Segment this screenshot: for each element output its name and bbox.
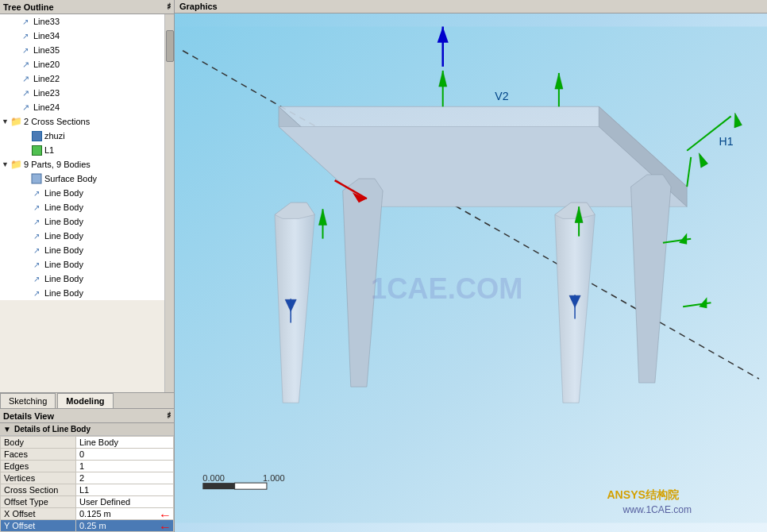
svg-text:0.000: 0.000 bbox=[202, 473, 225, 483]
tree-item-line35[interactable]: ↗ Line35 bbox=[0, 43, 164, 57]
tree-label: Line Body bbox=[44, 288, 83, 298]
tree-item-9parts[interactable]: ▼ 📁 9 Parts, 9 Bodies bbox=[0, 157, 164, 172]
details-panel: Details View ♯ ▼ Details of Line Body Bo… bbox=[0, 408, 174, 532]
tree-label: Line Body bbox=[44, 188, 83, 198]
tree-item-line34[interactable]: ↗ Line34 bbox=[0, 29, 164, 43]
line-body-icon: ↗ bbox=[19, 87, 32, 99]
details-section-title: Details of Line Body bbox=[14, 425, 91, 434]
tab-modeling[interactable]: Modeling bbox=[57, 393, 113, 408]
tree-item-line-body-7[interactable]: ↗ Line Body bbox=[0, 272, 164, 286]
detail-value-faces: 0 bbox=[76, 449, 174, 461]
line-body-icon: ↗ bbox=[19, 101, 32, 114]
tree-item-line-body-2[interactable]: ↗ Line Body bbox=[0, 200, 164, 214]
detail-value-cross-section: L1 bbox=[76, 484, 174, 496]
detail-label-x-offset: X Offset bbox=[1, 508, 76, 520]
svg-text:ANSYS结构院: ANSYS结构院 bbox=[607, 488, 680, 501]
svg-text:1.000: 1.000 bbox=[263, 473, 285, 483]
details-table: Body Line Body Faces 0 Edges 1 Vertices … bbox=[0, 436, 174, 532]
expand-arrow: ▼ bbox=[2, 160, 10, 168]
svg-rect-40 bbox=[202, 483, 234, 489]
graphics-area: Graphics bbox=[175, 0, 767, 532]
detail-value-y-offset: 0.25 m ← bbox=[76, 520, 174, 532]
tree-item-line22[interactable]: ↗ Line22 bbox=[0, 71, 164, 86]
details-header: Details View ♯ bbox=[0, 409, 174, 423]
line-body-icon: ↗ bbox=[30, 215, 43, 228]
detail-value-vertices: 2 bbox=[76, 472, 174, 484]
detail-label-body: Body bbox=[1, 437, 76, 449]
tree-label: Line Body bbox=[44, 274, 83, 283]
tree-label: Line22 bbox=[33, 74, 60, 83]
pin-icon[interactable]: ♯ bbox=[167, 2, 171, 12]
tree-item-line-body-8[interactable]: ↗ Line Body bbox=[0, 286, 164, 300]
tree-area[interactable]: ↗ Line33 ↗ Line34 ↗ Line35 bbox=[0, 14, 164, 300]
svg-text:H1: H1 bbox=[719, 135, 734, 148]
svg-text:V2: V2 bbox=[495, 90, 508, 102]
graphics-title: Graphics bbox=[179, 2, 218, 11]
tree-scrollbar[interactable] bbox=[164, 14, 174, 392]
line-body-icon: ↗ bbox=[30, 258, 43, 271]
line-body-icon: ↗ bbox=[30, 187, 43, 199]
tree-label: Line23 bbox=[33, 88, 60, 98]
detail-row-body: Body Line Body bbox=[1, 437, 174, 449]
detail-row-faces: Faces 0 bbox=[1, 449, 174, 461]
graphics-content[interactable]: V2 H1 1CAE.COM 0.000 1.000 ANSYS结构院 www.… bbox=[175, 17, 767, 532]
tree-content: ↗ Line33 ↗ Line34 ↗ Line35 bbox=[0, 14, 164, 392]
detail-value-edges: 1 bbox=[76, 461, 174, 472]
tree-item-line23[interactable]: ↗ Line23 bbox=[0, 86, 164, 100]
tree-label-9parts: 9 Parts, 9 Bodies bbox=[24, 160, 91, 169]
detail-row-vertices: Vertices 2 bbox=[1, 472, 174, 484]
tree-item-line33[interactable]: ↗ Line33 bbox=[0, 14, 164, 29]
tree-item-l1[interactable]: L1 bbox=[0, 143, 164, 157]
detail-row-cross-section: Cross Section L1 bbox=[1, 484, 174, 496]
tree-label: Line Body bbox=[44, 245, 83, 255]
tree-label: zhuzi bbox=[44, 131, 65, 141]
detail-row-x-offset[interactable]: X Offset 0.125 m ← bbox=[1, 508, 174, 520]
y-offset-arrow: ← bbox=[159, 520, 172, 532]
tree-outline-title: Tree Outline bbox=[3, 2, 54, 12]
tree-label: Line24 bbox=[33, 102, 60, 112]
tree-item-line-body-1[interactable]: ↗ Line Body bbox=[0, 186, 164, 200]
cross-section-green-icon bbox=[30, 144, 43, 156]
line-body-icon: ↗ bbox=[30, 287, 43, 299]
detail-value-body: Line Body bbox=[76, 437, 174, 449]
scroll-thumb[interactable] bbox=[166, 30, 174, 62]
line-body-icon: ↗ bbox=[30, 201, 43, 214]
graphics-header: Graphics bbox=[175, 0, 767, 13]
detail-label-vertices: Vertices bbox=[1, 472, 76, 484]
tree-label: Line Body bbox=[44, 202, 83, 212]
tree-item-line24[interactable]: ↗ Line24 bbox=[0, 100, 164, 114]
tab-sketching[interactable]: Sketching bbox=[0, 393, 56, 408]
detail-row-y-offset[interactable]: Y Offset 0.25 m ← bbox=[1, 520, 174, 532]
line-icon: ↗ bbox=[19, 44, 32, 56]
details-title: Details View bbox=[3, 411, 54, 421]
svg-rect-0 bbox=[32, 174, 41, 183]
tree-label: Line Body bbox=[44, 217, 83, 226]
detail-value-offset-type: User Defined bbox=[76, 496, 174, 508]
folder-body-icon: 📁 bbox=[10, 158, 22, 171]
surface-body-icon bbox=[30, 172, 43, 185]
tree-row-area: ↗ Line33 ↗ Line34 ↗ Line35 bbox=[0, 14, 174, 392]
svg-text:www.1CAE.com: www.1CAE.com bbox=[622, 504, 692, 515]
tree-item-zhuzi[interactable]: zhuzi bbox=[0, 129, 164, 143]
tree-item-line-body-5[interactable]: ↗ Line Body bbox=[0, 243, 164, 257]
details-pin[interactable]: ♯ bbox=[167, 411, 171, 421]
detail-row-offset-type: Offset Type User Defined bbox=[1, 496, 174, 508]
line-body-icon: ↗ bbox=[30, 244, 43, 256]
tree-item-cross-sections[interactable]: ▼ 📁 2 Cross Sections bbox=[0, 114, 164, 129]
tree-label: Line Body bbox=[44, 260, 83, 269]
main-area: Tree Outline ♯ ↗ Line33 ↗ Line34 bbox=[0, 0, 767, 532]
tree-item-line-body-6[interactable]: ↗ Line Body bbox=[0, 257, 164, 272]
tree-label-surface-body: Surface Body bbox=[44, 174, 97, 183]
details-subheader: ▼ Details of Line Body bbox=[0, 423, 174, 436]
tree-label-cross-sections: 2 Cross Sections bbox=[24, 117, 90, 126]
tree-label: Line20 bbox=[33, 60, 60, 69]
line-icon: ↗ bbox=[19, 29, 32, 42]
tree-label: L1 bbox=[44, 145, 54, 155]
tree-item-line-body-3[interactable]: ↗ Line Body bbox=[0, 214, 164, 229]
tree-item-surface-body[interactable]: Surface Body bbox=[0, 172, 164, 186]
tree-item-line20[interactable]: ↗ Line20 bbox=[0, 57, 164, 71]
tab-bar: Sketching Modeling bbox=[0, 392, 174, 408]
tree-label: Line Body bbox=[44, 231, 83, 241]
tree-item-line-body-4[interactable]: ↗ Line Body bbox=[0, 229, 164, 243]
line-body-icon: ↗ bbox=[19, 58, 32, 71]
